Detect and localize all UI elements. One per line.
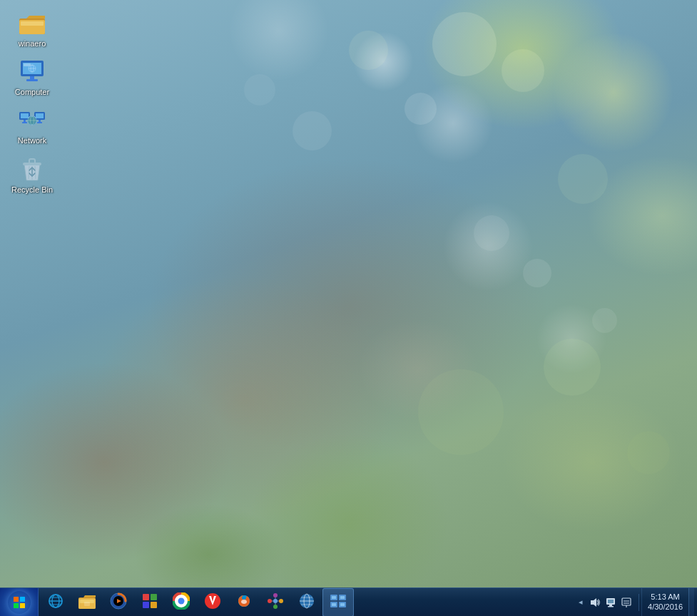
svg-rect-43 [84,602,90,606]
taskbar-icon-globe[interactable] [291,588,322,617]
svg-rect-34 [20,603,25,608]
svg-point-59 [273,593,278,597]
svg-rect-77 [332,603,336,606]
tray-action-center-icon[interactable] [619,595,634,610]
svg-rect-79 [340,603,345,606]
svg-rect-12 [21,113,29,118]
svg-rect-2 [21,21,44,26]
recycle-bin-icon [19,158,45,183]
svg-rect-26 [23,163,41,165]
computer-icon [19,60,45,86]
desktop-icon-winaero[interactable]: winaero [4,7,61,53]
paint-icon [141,592,158,612]
svg-rect-14 [22,122,27,123]
desktop-icons-container: winaero [0,0,64,209]
firefox-icon [235,592,253,612]
app7-icon [267,592,284,612]
svg-point-55 [205,593,220,609]
explorer-icon [78,593,96,612]
tray-icons [585,595,636,610]
taskbar-icon-media-player[interactable] [103,588,134,617]
desktop-icon-computer[interactable]: Computer [4,56,61,101]
svg-rect-7 [26,79,38,81]
svg-rect-31 [14,597,19,602]
svg-rect-6 [30,76,34,79]
svg-point-25 [28,116,36,125]
globe-icon [298,592,315,612]
system-tray: ◂ [574,588,697,616]
tray-expand-chevron[interactable]: ◂ [576,597,585,607]
media-player-icon [110,592,127,612]
taskbar-icon-ie[interactable] [40,588,71,617]
taskbar-icon-paint[interactable] [134,588,166,617]
desktop-icon-recycle-bin[interactable]: Recycle Bin [4,153,61,199]
winaero-label: winaero [19,39,46,48]
clock-date: 4/30/2016 [648,602,683,612]
start-button[interactable] [0,588,39,617]
svg-rect-32 [20,597,25,602]
taskbar-icon-explorer[interactable] [71,588,103,617]
recycle-bin-label: Recycle Bin [11,185,53,195]
svg-rect-84 [608,606,614,607]
svg-rect-16 [36,113,44,118]
taskbar-icon-app7[interactable] [260,588,291,617]
svg-rect-17 [39,120,41,122]
desktop-icon-network[interactable]: Network [4,104,61,150]
taskbar-icon-chrome[interactable] [166,588,197,617]
svg-rect-33 [14,603,19,608]
svg-rect-85 [622,598,631,605]
taskbar-icon-network-display[interactable] [322,588,354,617]
show-desktop-button[interactable] [688,588,694,617]
desktop: winaero [0,0,697,616]
svg-rect-13 [24,120,26,122]
network-display-icon [330,592,347,612]
svg-rect-73 [332,596,336,599]
svg-point-60 [273,605,278,609]
winaero-icon [19,11,45,37]
vivaldi-icon [204,592,221,612]
svg-point-61 [268,599,272,603]
taskbar: ◂ [0,587,697,616]
start-orb [8,591,31,614]
svg-point-58 [273,599,278,603]
clock-time: 5:13 AM [651,592,679,602]
svg-rect-82 [608,600,614,603]
network-icon [19,108,45,134]
svg-marker-80 [591,598,596,607]
ie-icon [47,592,64,612]
computer-label: Computer [15,88,49,97]
svg-rect-50 [143,602,149,608]
system-clock[interactable]: 5:13 AM 4/30/2016 [641,588,688,616]
taskbar-icon-firefox[interactable] [228,588,260,617]
chrome-icon [173,592,190,612]
svg-rect-83 [609,605,612,606]
tray-separator [639,594,639,611]
taskbar-icon-vivaldi[interactable] [197,588,228,617]
svg-point-54 [178,597,185,604]
grass-overlay [0,0,697,616]
svg-rect-18 [37,122,42,123]
tray-volume-icon[interactable] [588,595,602,610]
tray-network-icon[interactable] [604,595,618,610]
network-label: Network [18,136,46,145]
svg-rect-48 [143,594,149,600]
svg-rect-51 [151,602,157,608]
svg-rect-49 [151,594,157,600]
taskbar-pinned-icons [39,588,355,616]
svg-point-62 [279,599,283,603]
svg-rect-75 [340,596,345,599]
